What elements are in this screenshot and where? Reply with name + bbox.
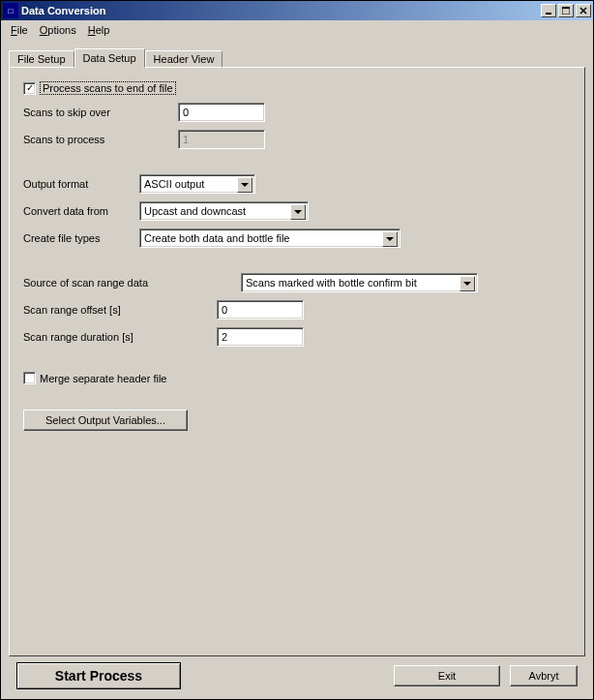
chevron-down-icon [382, 231, 398, 247]
maximize-button[interactable] [558, 4, 574, 17]
client-area: File Setup Data Setup Header View Proces… [1, 40, 593, 699]
merge-header-label: Merge separate header file [40, 373, 166, 384]
convert-from-select[interactable]: Upcast and downcast [139, 201, 309, 221]
output-format-value: ASCII output [144, 178, 204, 190]
merge-header-checkbox[interactable] [23, 372, 36, 384]
window-title: Data Conversion [21, 5, 539, 16]
bottom-button-bar: Start Process Exit Avbryt [9, 656, 585, 697]
scans-to-process-label: Scans to process [23, 134, 178, 145]
tab-file-setup[interactable]: File Setup [9, 50, 74, 68]
scans-to-process-input: 1 [178, 130, 265, 149]
process-scans-label: Process scans to end of file [40, 81, 176, 95]
source-scan-range-label: Source of scan range data [23, 277, 241, 289]
tab-strip: File Setup Data Setup Header View [9, 48, 585, 68]
scan-range-duration-input[interactable]: 2 [217, 327, 304, 347]
convert-from-label: Convert data from [23, 205, 139, 217]
scans-to-skip-label: Scans to skip over [23, 107, 178, 118]
app-icon: □ [3, 3, 18, 18]
scan-range-duration-label: Scan range duration [s] [23, 331, 217, 343]
create-file-types-value: Create both data and bottle file [144, 232, 289, 244]
process-scans-checkbox[interactable] [23, 82, 36, 95]
select-output-variables-button[interactable]: Select Output Variables... [23, 410, 188, 431]
chevron-down-icon [290, 204, 306, 220]
convert-from-value: Upcast and downcast [144, 205, 246, 217]
menu-file[interactable]: File [5, 22, 34, 38]
chevron-down-icon [460, 276, 475, 291]
window-control-buttons [539, 4, 591, 17]
menu-help[interactable]: Help [82, 22, 116, 38]
title-bar: □ Data Conversion [1, 1, 593, 20]
exit-button[interactable]: Exit [394, 665, 500, 686]
scans-to-skip-input[interactable]: 0 [178, 103, 265, 122]
tab-panel-data-setup: Process scans to end of file Scans to sk… [9, 67, 585, 656]
close-button[interactable] [576, 4, 591, 17]
start-process-button[interactable]: Start Process [16, 662, 181, 689]
tab-header-view[interactable]: Header View [145, 50, 223, 68]
create-file-types-select[interactable]: Create both data and bottle file [139, 228, 401, 248]
svg-rect-2 [562, 7, 570, 9]
output-format-label: Output format [23, 178, 139, 190]
svg-rect-0 [546, 13, 551, 15]
chevron-down-icon [237, 177, 252, 193]
source-scan-range-value: Scans marked with bottle confirm bit [246, 277, 417, 289]
scan-range-offset-input[interactable]: 0 [217, 300, 304, 320]
minimize-button[interactable] [541, 4, 556, 17]
tab-data-setup[interactable]: Data Setup [74, 48, 145, 68]
application-window: □ Data Conversion File Options Help File… [0, 0, 594, 700]
source-scan-range-select[interactable]: Scans marked with bottle confirm bit [241, 273, 478, 292]
create-file-types-label: Create file types [23, 232, 139, 244]
menu-options[interactable]: Options [34, 22, 82, 38]
output-format-select[interactable]: ASCII output [139, 174, 255, 194]
cancel-button[interactable]: Avbryt [510, 665, 578, 686]
menu-bar: File Options Help [1, 20, 593, 40]
scan-range-offset-label: Scan range offset [s] [23, 304, 217, 316]
